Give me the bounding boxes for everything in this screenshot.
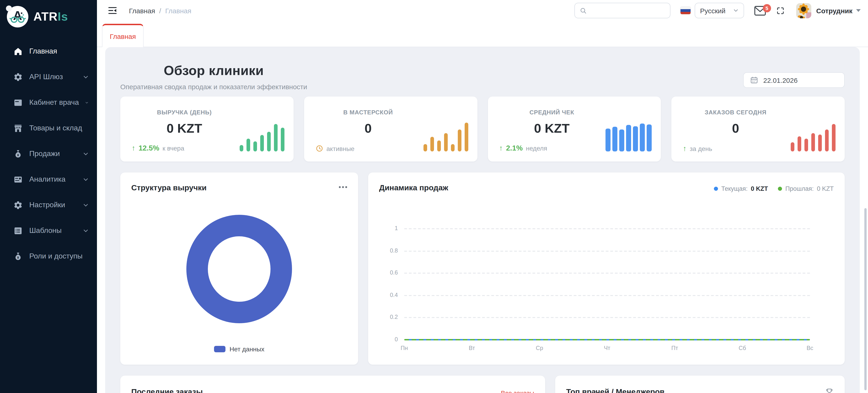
spark-bar — [606, 128, 611, 151]
sales-dynamics-card: Динамика продаж Текущая: 0 KZT Прошлая: … — [368, 173, 845, 365]
line-chart-legend: Текущая: 0 KZT Прошлая: 0 KZT — [714, 185, 834, 192]
legend-dot — [714, 187, 718, 191]
spark-bar — [253, 141, 257, 151]
language-value: Русский — [700, 7, 725, 14]
avatar[interactable] — [796, 3, 811, 18]
spark-bar — [811, 133, 815, 151]
notification-badge: 5 — [763, 4, 771, 12]
date-picker[interactable]: 22.01.2026 — [743, 72, 845, 88]
fullscreen-button[interactable] — [776, 6, 785, 15]
charts-row: Структура выручки Нет данных Динамика пр… — [120, 173, 845, 365]
breadcrumb-item-current: Главная — [165, 7, 191, 14]
tab-bar: Главная — [97, 21, 868, 47]
spark-bar — [804, 139, 808, 151]
sidebar-item-templates[interactable]: Шаблоны — [0, 218, 97, 243]
x-axis-tick: Вс — [806, 345, 813, 351]
language-select[interactable]: Русский — [695, 3, 744, 18]
user-menu-caret-icon[interactable] — [856, 9, 861, 12]
stat-delta-note: к вчера — [162, 145, 184, 152]
stat-delta-note: неделя — [526, 145, 547, 152]
card-title: Структура выручки — [131, 183, 347, 192]
stat-label: СРЕДНИЙ ЧЕК — [488, 109, 616, 116]
sparkline-chart — [791, 122, 836, 151]
chevron-down-icon — [83, 74, 89, 80]
all-orders-link[interactable]: Все заказы — [501, 389, 534, 393]
spark-bar — [464, 123, 468, 151]
card-title: Последние заказы — [131, 388, 534, 393]
svg-text:¥: ¥ — [17, 255, 19, 259]
search-box — [575, 3, 671, 18]
arrow-up-icon: ↑ — [683, 145, 687, 152]
logo[interactable]: A ATRIs — [0, 0, 97, 33]
gridline — [404, 228, 810, 229]
store-icon — [13, 123, 23, 133]
calendar-icon — [750, 76, 758, 84]
y-axis-tick: 0 — [395, 336, 398, 343]
line-chart-plot: 00.20.40.60.81ПнВтСрЧтПтСбВс — [404, 228, 810, 339]
legend-dot — [778, 187, 782, 191]
sidebar-item-settings[interactable]: Настройки — [0, 192, 97, 218]
spark-bar — [818, 134, 822, 151]
x-axis-tick: Ср — [536, 345, 543, 351]
spark-bar — [825, 129, 829, 151]
x-axis-tick: Вт — [469, 345, 475, 351]
sparkline-chart — [423, 122, 468, 151]
notifications-button[interactable]: 5 — [754, 5, 766, 16]
sidebar-collapse-icon[interactable] — [107, 5, 118, 16]
spark-bar — [619, 129, 624, 151]
trophy-icon — [825, 388, 834, 393]
chevron-down-icon — [733, 8, 739, 13]
user-name[interactable]: Сотрудник — [816, 7, 852, 14]
stat-label: ВЫРУЧКА (ДЕНЬ) — [120, 109, 249, 116]
legend-item-current: Текущая: 0 KZT — [714, 185, 768, 192]
legend-item-previous: Прошлая: 0 KZT — [778, 185, 834, 192]
stat-value: 0 KZT — [120, 121, 249, 136]
breadcrumb-item[interactable]: Главная — [129, 7, 155, 14]
spark-bar — [633, 126, 638, 151]
flat-series-line — [404, 339, 810, 340]
logo-icon: A — [7, 6, 28, 27]
sidebar-item-sales[interactable]: ¥ Продажи — [0, 141, 97, 167]
topbar: Главная / Главная Русский 5 — [97, 0, 868, 21]
chevron-down-icon — [83, 176, 89, 182]
scrollbar[interactable] — [864, 208, 867, 390]
stat-card-orders-today: ЗАКАЗОВ СЕГОДНЯ 0 ↑ за день — [672, 96, 845, 161]
stat-delta-note: активные — [327, 145, 355, 152]
stat-label: В МАСТЕРСКОЙ — [304, 109, 432, 116]
gridline — [404, 295, 810, 296]
gridline — [404, 273, 810, 274]
spark-bar — [647, 124, 652, 151]
layout-icon — [13, 98, 23, 107]
card-menu-icon[interactable] — [339, 186, 347, 188]
sidebar-item-api-gateway[interactable]: API Шлюз — [0, 64, 97, 90]
sidebar-item-analytics[interactable]: Аналитика — [0, 167, 97, 192]
gridline — [404, 250, 810, 251]
home-icon — [13, 47, 23, 56]
sidebar-item-doctor-cabinet[interactable]: Кабинет врача — [0, 90, 97, 115]
sidebar-item-goods-warehouse[interactable]: Товары и склад — [0, 115, 97, 141]
id-card-icon — [13, 175, 23, 184]
stat-card-revenue-day: ВЫРУЧКА (ДЕНЬ) 0 KZT ↑ 12.5% к вчера — [120, 96, 293, 161]
chevron-down-icon — [83, 228, 89, 234]
y-axis-tick: 0.2 — [390, 314, 398, 321]
list-icon — [13, 226, 23, 235]
chevron-down-icon — [83, 202, 89, 208]
y-axis-tick: 0.6 — [390, 270, 398, 276]
sidebar-item-roles-access[interactable]: ¥ Роли и доступы — [0, 243, 97, 269]
x-axis-tick: Сб — [739, 345, 746, 351]
search-input[interactable] — [590, 7, 665, 14]
tab-glavnaya[interactable]: Главная — [102, 24, 144, 47]
svg-text:A: A — [13, 8, 22, 23]
x-axis-tick: Чт — [604, 345, 610, 351]
money-bag-icon: ¥ — [13, 251, 23, 261]
recent-orders-card: Последние заказы Все заказы — [120, 375, 545, 393]
sidebar-item-glavnaya[interactable]: Главная — [0, 38, 97, 64]
date-value: 22.01.2026 — [763, 76, 798, 84]
bottom-row: Последние заказы Все заказы Топ врачей /… — [120, 375, 845, 393]
y-axis-tick: 0.4 — [390, 292, 398, 298]
donut-legend-label: Нет данных — [229, 345, 264, 353]
spark-bar — [240, 145, 243, 151]
chevron-down-icon — [83, 151, 89, 157]
x-axis-tick: Пт — [671, 345, 678, 351]
sparkline-chart — [606, 122, 652, 151]
